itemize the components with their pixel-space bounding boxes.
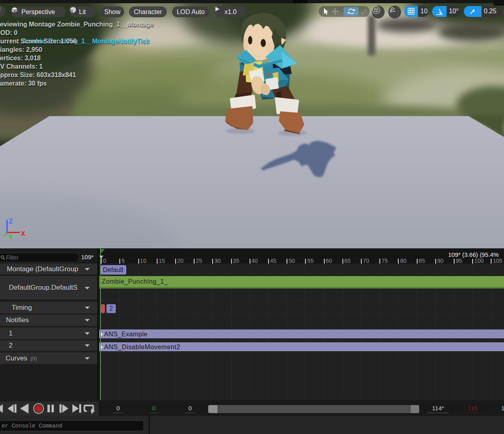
svg-text:Y: Y xyxy=(8,234,13,241)
svg-text:Z: Z xyxy=(9,218,13,225)
svg-text:X: X xyxy=(21,230,25,237)
